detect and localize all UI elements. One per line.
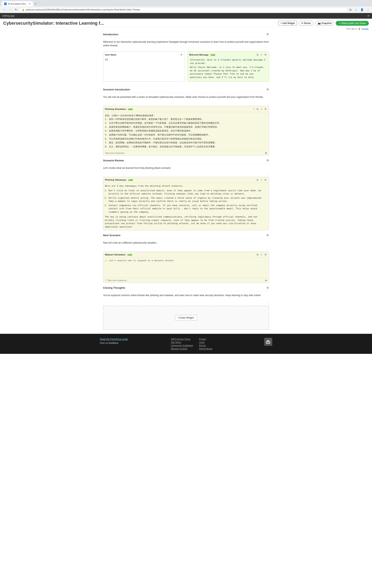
user-name-input[interactable] <box>105 58 183 62</box>
private-link[interactable]: private. <box>362 27 369 30</box>
phishing-copy-button[interactable]: ⧉ <box>256 107 259 111</box>
footer-site-terms[interactable]: Site Terms <box>171 341 193 343</box>
closing-thoughts-settings[interactable]: ⚙ <box>266 286 269 289</box>
footer-aws-terms[interactable]: AWS Service Terms <box>171 338 193 340</box>
scenario-review-header: Scenario Review ⚙ <box>103 157 269 164</box>
remix-icon: ⟳ <box>301 22 303 25</box>
welcome-copy-button[interactable]: ⧉ <box>256 53 259 56</box>
footer-report-abuse[interactable]: Report Abuse <box>199 347 221 350</box>
scenario-review-title: Scenario Review <box>103 159 124 162</box>
malware-expand-icon: ⤢ <box>105 259 107 262</box>
malware-response-input[interactable] <box>107 279 265 282</box>
footer-privacy[interactable]: Privacy <box>199 338 221 340</box>
phishing-simulation-actions: ⤡ ⧉ ⤢ ⚙ <box>252 107 267 111</box>
takeaways-settings-button[interactable]: ⚙ <box>264 178 267 181</box>
remix-label: Remix <box>304 22 311 25</box>
phishing-step-7: 最后，提高警惕，如果收到类似的可疑邮件，不要轻易点击其中的链接，总会核实发件方账… <box>109 141 267 145</box>
malware-send-button[interactable]: ➤ <box>265 279 267 282</box>
menu-button[interactable]: ⋮ <box>366 8 370 12</box>
welcome-settings-button[interactable]: ⚙ <box>264 53 267 56</box>
private-note: Your app is 🔒 private. <box>0 27 372 31</box>
user-name-widget-title: User Name <box>105 53 116 56</box>
phishing-llm-badge: LLM <box>127 108 133 110</box>
malware-settings-button[interactable]: ⚙ <box>264 253 267 256</box>
translate-button[interactable]: ⊞ <box>348 8 352 12</box>
next-scenario-title: Next Scenario <box>103 234 121 237</box>
user-name-widget: User Name ⚙ ⤢ <box>103 51 185 82</box>
footer-eulas[interactable]: EULAs <box>199 344 221 347</box>
feedback-link[interactable]: Give us feedback <box>100 342 119 344</box>
resize-handle-row-3: ⤢ <box>103 174 269 177</box>
scenario-introduction-settings[interactable]: ⚙ <box>266 88 269 91</box>
phishing-simulation-widget: Phishing Simulation LLM ⤡ ⧉ ⤢ ⚙ 好的，让我们一步… <box>103 106 269 156</box>
next-scenario-settings[interactable]: ⚙ <box>266 233 269 237</box>
phishing-step-4: 如果发现账户异常费异常，立即联系银行客服电话核实真情况，切记不要回复该邮件。 <box>109 129 267 133</box>
phishing-step-8: 总之，遇到这种情况，一定要保持警惕，多方检证，切勿直接点击可疑链接，注意保护个人… <box>109 145 267 148</box>
takeaways-summary: The key is being cautious about unsolici… <box>105 215 267 229</box>
footer-left: Read the PartyRock guide Give us feedbac… <box>100 338 128 350</box>
user-name-resize-handle[interactable]: ⤢ <box>183 79 184 81</box>
scenario-review-text: Let's review what we learned from that p… <box>103 165 269 171</box>
profile-button[interactable]: 👤 <box>359 8 365 12</box>
introduction-settings-icon[interactable]: ⚙ <box>266 33 269 36</box>
read-guide-link[interactable]: Read the PartyRock guide <box>100 338 128 341</box>
address-bar[interactable]: 🔒 partyrock.aws/u/yu222/WxSDoDBUu/Cybers… <box>19 7 348 12</box>
phishing-response-input[interactable] <box>105 152 265 154</box>
welcome-message-title: Welcome Message LLM <box>189 53 216 56</box>
malware-content-text: Let's explore how to respond to a malwar… <box>109 259 174 262</box>
phishing-expand-button[interactable]: ⤢ <box>260 107 263 111</box>
phishing-expand-left-button[interactable]: ⤡ <box>252 107 255 111</box>
takeaways-expand-button[interactable]: ⤢ <box>260 178 263 181</box>
editing-bar: Editing app ✕ <box>0 13 372 19</box>
make-public-button[interactable]: ↗ Make public and Share <box>336 21 369 26</box>
next-scenario-section: Next Scenario ⚙ Now let's look at a diff… <box>103 232 269 245</box>
refresh-button[interactable]: ↻ <box>14 7 19 12</box>
phishing-step-2: 点击不要点击邮件提供的任何链接。这可能是一个钓鱼链接，点击后会要求您输入敏感信息… <box>109 121 267 125</box>
footer-community-guidelines[interactable]: Community Guidelines <box>171 344 193 347</box>
forward-button[interactable]: → <box>8 7 13 12</box>
snapshot-button[interactable]: 📷 Snapshot <box>315 21 334 26</box>
scenario-introduction-header: Scenario Introduction ⚙ <box>103 86 269 93</box>
footer-links: AWS Service Terms Privacy Site Terms Leg… <box>171 338 221 350</box>
create-widget-button[interactable]: Create Widget <box>175 315 197 321</box>
page-title: CybersecuritySimulator: Interactive Lear… <box>3 21 104 26</box>
bookmark-button[interactable]: ☆ <box>354 8 358 12</box>
malware-llm-badge: LLM <box>127 254 133 256</box>
tab-close-button[interactable]: ✕ <box>29 2 31 5</box>
phishing-settings-button[interactable]: ⚙ <box>264 107 267 111</box>
phishing-takeaways-title: Phishing Takeaways LLM <box>105 179 133 181</box>
resize-handle-row-5: ⤢ <box>103 301 269 304</box>
welcome-message-actions: ⧉ ⤢ ⚙ <box>256 53 267 56</box>
welcome-message-body: Hello there! Welcome, it's nice to meet … <box>190 66 266 79</box>
footer-avatar: 🐼 <box>264 338 272 346</box>
phishing-step-1: 收到一封声称来自您的银行的电子邮件，称您的账户被入侵了，要求您点击一个链接来重置… <box>109 117 267 121</box>
phishing-response-row: ➤ <box>103 150 269 155</box>
active-tab[interactable]: AI Encryption Dec... ✕ <box>2 1 33 6</box>
lock-icon: 🔒 <box>358 27 361 30</box>
welcome-message-info: information, here is a friendly generic … <box>189 58 267 80</box>
add-widget-button[interactable]: + Add Widget <box>278 21 297 26</box>
snapshot-label: Snapshot <box>322 22 332 25</box>
remix-button[interactable]: ⟳ Remix <box>299 21 313 26</box>
scenario-review-settings[interactable]: ⚙ <box>266 159 269 162</box>
new-tab-button[interactable]: + <box>33 1 38 6</box>
close-editing-button[interactable]: ✕ <box>367 14 370 17</box>
footer-legal[interactable]: Legal <box>199 341 221 343</box>
phishing-send-button[interactable]: ➤ <box>265 151 267 155</box>
malware-response-row: > ➤ <box>103 278 269 283</box>
page-header: CybersecuritySimulator: Interactive Lear… <box>0 19 372 27</box>
user-name-settings-button[interactable]: ⚙ <box>180 53 183 56</box>
takeaways-copy-button[interactable]: ⧉ <box>256 178 259 181</box>
malware-copy-button[interactable]: ⧉ <box>256 253 259 256</box>
back-button[interactable]: ← <box>2 7 7 12</box>
phishing-step-3: 直接登录您的网络账户，查看是否真的有任何异常活动。不要通过邮件提供的链接登录，直… <box>109 125 267 129</box>
widgets-row-1: User Name ⚙ ⤢ Welcome Message LLM ⧉ ⤢ ⚙ <box>103 51 269 82</box>
footer-manage-cookies[interactable]: Manage Cookies <box>171 347 193 350</box>
malware-expand-button[interactable]: ⤢ <box>260 253 263 256</box>
nav-bar: ← → ↻ 🔒 partyrock.aws/u/yu222/WxSDoDBUu/… <box>0 6 372 13</box>
welcome-expand-button[interactable]: ⤢ <box>260 53 263 56</box>
introduction-header: Introduction ⚙ <box>103 31 269 38</box>
malware-simulation-content: ⤢ Let's explore how to respond to a malw… <box>103 258 269 278</box>
header-actions: + Add Widget ⟳ Remix 📷 Snapshot ↗ Make p… <box>278 21 369 26</box>
phishing-simulation-content: 好的，让我们一步步来分析这个网络的虚假击场景： 收到一封声称来自您的银行的电子邮… <box>103 112 269 150</box>
